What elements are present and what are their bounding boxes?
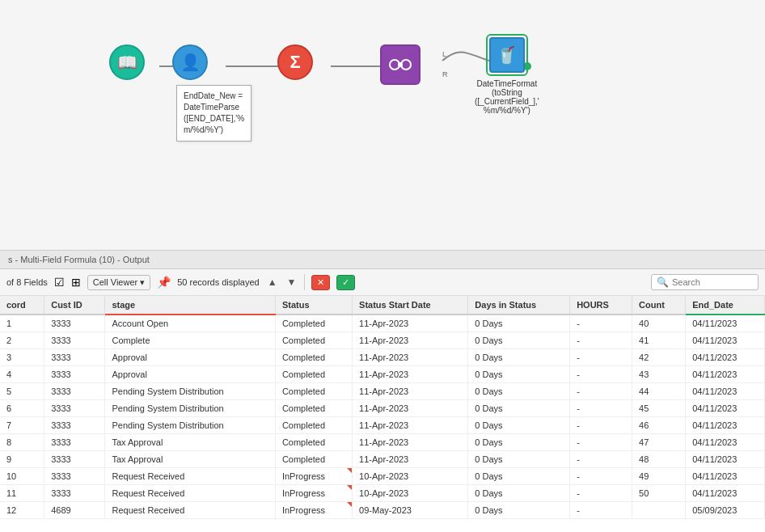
cell-status: Completed — [275, 434, 352, 451]
cell-status-start: 11-Apr-2023 — [353, 315, 468, 332]
cell-count: 41 — [632, 332, 686, 349]
cell-status-start: 11-Apr-2023 — [353, 451, 468, 468]
cell-status-start: 10-Apr-2023 — [353, 468, 468, 485]
svg-point-10 — [398, 62, 403, 67]
col-stage: stage — [105, 296, 275, 315]
table-row: 113333Request ReceivedInProgress10-Apr-2… — [0, 485, 765, 502]
cell-status: Completed — [275, 417, 352, 434]
cell-stage: Pending System Distribution — [105, 400, 275, 417]
cell-count — [632, 502, 686, 519]
cell-count: 42 — [632, 349, 686, 366]
table-row: 83333Tax ApprovalCompleted11-Apr-20230 D… — [0, 434, 765, 451]
cell-hours: - — [570, 468, 632, 485]
cell-hours: - — [570, 332, 632, 349]
cell-stage: Approval — [105, 349, 275, 366]
cell-end-date: 05/09/2023 — [686, 502, 765, 519]
cell-record: 11 — [0, 485, 44, 502]
table-row: 43333ApprovalCompleted11-Apr-20230 Days-… — [0, 366, 765, 383]
cell-status-start: 11-Apr-2023 — [353, 366, 468, 383]
cell-status-start: 11-Apr-2023 — [353, 383, 468, 400]
col-days: Days in Status — [468, 296, 570, 315]
summarize-node[interactable]: Σ — [277, 44, 313, 80]
cell-days: 0 Days — [468, 315, 570, 332]
table-icon[interactable]: ⊞ — [71, 276, 81, 289]
search-box[interactable]: 🔍 — [651, 274, 759, 290]
cell-cust-id: 3333 — [44, 485, 105, 502]
cell-hours: - — [570, 349, 632, 366]
search-input[interactable] — [672, 277, 753, 287]
table-row: 23333CompleteCompleted11-Apr-20230 Days-… — [0, 332, 765, 349]
cell-status-start: 11-Apr-2023 — [353, 349, 468, 366]
cell-stage: Request Received — [105, 485, 275, 502]
cell-days: 0 Days — [468, 485, 570, 502]
cell-end-date: 04/11/2023 — [686, 315, 765, 332]
input-node-icon: 📖 — [109, 44, 145, 80]
cell-count: 46 — [632, 417, 686, 434]
cell-end-date: 04/11/2023 — [686, 400, 765, 417]
cell-count: 40 — [632, 315, 686, 332]
cell-cust-id: 3333 — [44, 383, 105, 400]
cell-days: 0 Days — [468, 400, 570, 417]
table-body: 13333Account OpenCompleted11-Apr-20230 D… — [0, 315, 765, 519]
cell-days: 0 Days — [468, 366, 570, 383]
cell-record: 6 — [0, 400, 44, 417]
cell-hours: - — [570, 383, 632, 400]
cell-record: 3 — [0, 349, 44, 366]
search-icon: 🔍 — [657, 277, 669, 288]
flag-indicator — [347, 468, 352, 473]
table-row: 124689Request ReceivedInProgress09-May-2… — [0, 502, 765, 519]
pin-icon[interactable]: 📌 — [157, 276, 171, 289]
cell-record: 9 — [0, 451, 44, 468]
cell-cust-id: 4689 — [44, 502, 105, 519]
cell-status: Completed — [275, 366, 352, 383]
prev-button[interactable]: ▲ — [266, 277, 279, 288]
cell-status: InProgress — [275, 485, 352, 502]
data-toolbar: of 8 Fields ☑ ⊞ Cell Viewer ▾ 📌 50 recor… — [0, 269, 765, 296]
datetime-node-label: DateTimeFormat(toString([_CurrentField_]… — [475, 79, 539, 115]
cell-record: 10 — [0, 468, 44, 485]
cell-hours: - — [570, 366, 632, 383]
datetime-node[interactable]: 🥤 DateTimeFormat(toString([_CurrentField… — [475, 34, 539, 115]
cell-record: 1 — [0, 315, 44, 332]
checkbox-icon[interactable]: ☑ — [54, 276, 65, 289]
cell-end-date: 04/11/2023 — [686, 485, 765, 502]
cell-count: 43 — [632, 366, 686, 383]
table-row: 63333Pending System DistributionComplete… — [0, 400, 765, 417]
cell-record: 12 — [0, 502, 44, 519]
input-node[interactable]: 📖 — [109, 44, 145, 80]
cell-days: 0 Days — [468, 383, 570, 400]
cell-status: Completed — [275, 400, 352, 417]
cell-status: Completed — [275, 349, 352, 366]
cell-status-start: 11-Apr-2023 — [353, 417, 468, 434]
cell-status-start: 10-Apr-2023 — [353, 485, 468, 502]
cell-viewer-dropdown[interactable]: Cell Viewer ▾ — [87, 275, 150, 290]
cell-days: 0 Days — [468, 502, 570, 519]
data-table-container: cord Cust ID stage Status Status Start D… — [0, 296, 765, 532]
cell-cust-id: 3333 — [44, 366, 105, 383]
cell-count: 47 — [632, 434, 686, 451]
formula-node[interactable]: 👤 — [172, 44, 208, 80]
cell-count: 45 — [632, 400, 686, 417]
col-record: cord — [0, 296, 44, 315]
cell-stage: Pending System Distribution — [105, 417, 275, 434]
table-header-row: cord Cust ID stage Status Status Start D… — [0, 296, 765, 315]
formula-tooltip: EndDate_New = DateTimeParse ([END_DATE],… — [176, 85, 251, 141]
cell-record: 5 — [0, 383, 44, 400]
cell-days: 0 Days — [468, 468, 570, 485]
toolbar-separator — [304, 274, 305, 290]
svg-text:R: R — [442, 70, 448, 78]
cell-stage: Request Received — [105, 468, 275, 485]
cell-stage: Complete — [105, 332, 275, 349]
next-button[interactable]: ▼ — [285, 277, 298, 288]
confirm-button[interactable]: ✓ — [336, 275, 355, 290]
cell-cust-id: 3333 — [44, 349, 105, 366]
cell-count: 50 — [632, 485, 686, 502]
clear-button[interactable]: ✕ — [311, 275, 330, 290]
cell-status: InProgress — [275, 468, 352, 485]
col-count: Count — [632, 296, 686, 315]
cell-stage: Request Received — [105, 502, 275, 519]
join-node[interactable] — [380, 44, 421, 85]
cell-hours: - — [570, 451, 632, 468]
cell-cust-id: 3333 — [44, 434, 105, 451]
cell-days: 0 Days — [468, 332, 570, 349]
